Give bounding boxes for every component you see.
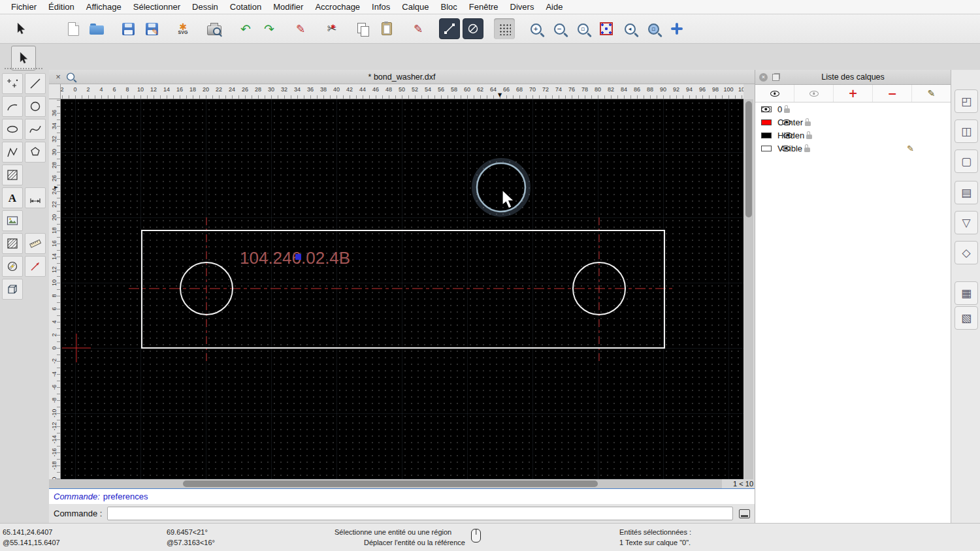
- layer-visibility-eye-icon[interactable]: [761, 106, 770, 112]
- leader-tool-button[interactable]: [25, 256, 46, 277]
- menu-fichier[interactable]: Fichier: [5, 2, 42, 12]
- drawing-canvas[interactable]: 104.246.02.4B: [61, 99, 743, 479]
- print-preview-button[interactable]: [204, 18, 225, 39]
- paste-button[interactable]: [376, 18, 397, 39]
- menu-accrochage[interactable]: Accrochage: [309, 2, 366, 12]
- solid-tool-button[interactable]: [2, 279, 23, 300]
- panel-dock-area-button[interactable]: ▢: [955, 150, 978, 173]
- svg-export-button[interactable]: ✱SVG: [172, 18, 193, 39]
- layer-visibility-eye-icon[interactable]: [782, 119, 791, 125]
- panel-layer-list-button[interactable]: ▤: [955, 181, 978, 204]
- vertical-scrollbar[interactable]: [744, 99, 753, 479]
- pen-button[interactable]: ✎: [408, 18, 429, 39]
- polyline-tool-button[interactable]: [2, 142, 23, 163]
- hruler-label: 98: [712, 86, 719, 93]
- save-as-button[interactable]: ✎: [141, 18, 162, 39]
- ellipse-tool-button[interactable]: [2, 119, 23, 140]
- horizontal-scrollbar[interactable]: [49, 479, 722, 488]
- hide-all-layers-button[interactable]: [794, 85, 834, 102]
- command-input[interactable]: [107, 507, 733, 520]
- menu-cotation[interactable]: Cotation: [224, 2, 267, 12]
- grid-toggle-button[interactable]: [494, 18, 515, 39]
- dimension-tool-button[interactable]: [25, 187, 46, 208]
- polar-coordinate-display: 69.6457<21° @57.3163<16°: [167, 527, 215, 548]
- circle-attributes-button[interactable]: [463, 18, 483, 39]
- command-line-icon: ▦: [961, 287, 972, 300]
- panel-pen-palette-button[interactable]: ◇: [955, 241, 978, 264]
- keyboard-toggle-icon[interactable]: [739, 509, 750, 518]
- copy-button[interactable]: [353, 18, 374, 39]
- layer-row-center[interactable]: Center: [755, 116, 951, 129]
- arc-tool-button[interactable]: [2, 96, 23, 117]
- zoom-out-button[interactable]: −: [549, 18, 570, 39]
- layer-lock-icon[interactable]: [784, 108, 790, 113]
- menu-selectionner[interactable]: Sélectionner: [127, 2, 186, 12]
- fill-tool-button[interactable]: [2, 233, 23, 254]
- menu-aide[interactable]: Aide: [540, 2, 568, 12]
- panel-library-browser-button[interactable]: ◰: [955, 89, 978, 113]
- add-layer-button[interactable]: +: [834, 85, 873, 102]
- layer-visibility-eye-icon[interactable]: [781, 146, 791, 151]
- remove-layer-button[interactable]: −: [873, 85, 912, 102]
- circle-hatch-tool-button[interactable]: [2, 256, 23, 277]
- layer-lock-icon[interactable]: [806, 134, 812, 139]
- menu-modifier[interactable]: Modifier: [267, 2, 309, 12]
- panel-selection-filter-button[interactable]: ▽: [955, 211, 978, 234]
- layer-lock-icon[interactable]: [805, 121, 811, 126]
- undo-button[interactable]: ↶: [235, 18, 256, 39]
- text-tool-button[interactable]: A: [2, 187, 23, 208]
- point-tool-button[interactable]: [2, 73, 23, 94]
- zoom-selected-button[interactable]: [596, 18, 617, 39]
- select-tool-button[interactable]: [10, 18, 31, 39]
- command-history[interactable]: Commande: preferences: [49, 488, 755, 504]
- layer-row-0[interactable]: 0: [755, 102, 951, 116]
- menu-divers[interactable]: Divers: [504, 2, 540, 12]
- panel-command-line-button[interactable]: ▦: [955, 281, 978, 305]
- cut-button[interactable]: ✂✱: [321, 18, 342, 39]
- zoom-previous-button[interactable]: ◂: [619, 18, 640, 39]
- layer-row-visible[interactable]: Visible✎: [755, 142, 951, 155]
- new-file-button[interactable]: [63, 18, 84, 39]
- show-all-layers-button[interactable]: [755, 85, 794, 102]
- canvas-svg[interactable]: 104.246.02.4B: [61, 99, 743, 479]
- panel-clipboard-button[interactable]: ▧: [955, 306, 978, 330]
- selection-tool-button[interactable]: [11, 46, 36, 71]
- measure-tool-button[interactable]: [25, 233, 46, 254]
- zoom-window-button[interactable]: ▫: [643, 18, 664, 39]
- polar-absolute: 69.6457<21°: [167, 527, 215, 537]
- image-tool-button[interactable]: [2, 210, 23, 231]
- line-tool-button[interactable]: [25, 73, 46, 94]
- erase-button[interactable]: ✎: [290, 18, 311, 39]
- menu-dessin[interactable]: Dessin: [186, 2, 224, 12]
- menu-edition[interactable]: Édition: [42, 2, 80, 12]
- layer-lock-icon[interactable]: [804, 148, 810, 152]
- save-button[interactable]: [118, 18, 139, 39]
- vertical-scrollbar-thumb[interactable]: [745, 101, 752, 217]
- menu-infos[interactable]: Infos: [366, 2, 396, 12]
- vruler-label: -4: [51, 368, 57, 380]
- edit-layer-button[interactable]: ✎: [912, 85, 951, 102]
- layer-row-hidden[interactable]: Hidden: [755, 129, 951, 142]
- line-attributes-button[interactable]: [439, 18, 460, 39]
- plate-outline[interactable]: [142, 230, 664, 348]
- layer-visibility-eye-icon[interactable]: [783, 133, 792, 138]
- menu-bloc[interactable]: Bloc: [434, 2, 463, 12]
- circle-tool-button[interactable]: [25, 96, 46, 117]
- redo-button[interactable]: ↷: [259, 18, 280, 39]
- zoom-auto-button[interactable]: ▫: [572, 18, 593, 39]
- horizontal-scrollbar-thumb[interactable]: [183, 480, 598, 487]
- spline-tool-button[interactable]: [25, 119, 46, 140]
- palette-drag-handle[interactable]: [5, 68, 42, 69]
- part-number-text[interactable]: 104.246.02.4B: [240, 248, 350, 268]
- hatch-tool-button[interactable]: [2, 165, 23, 185]
- zoom-in-button[interactable]: +: [525, 18, 546, 39]
- polygon-tool-button[interactable]: [25, 142, 46, 163]
- menu-calque[interactable]: Calque: [396, 2, 434, 12]
- selection-label: Entités sélectionnées :: [619, 527, 691, 537]
- menu-affichage[interactable]: Affichage: [80, 2, 127, 12]
- pan-button[interactable]: [666, 18, 687, 39]
- paste-icon: [382, 22, 392, 35]
- open-file-button[interactable]: [86, 18, 107, 39]
- menu-fenetre[interactable]: Fenêtre: [463, 2, 504, 12]
- panel-block-list-button[interactable]: ◫: [955, 119, 978, 143]
